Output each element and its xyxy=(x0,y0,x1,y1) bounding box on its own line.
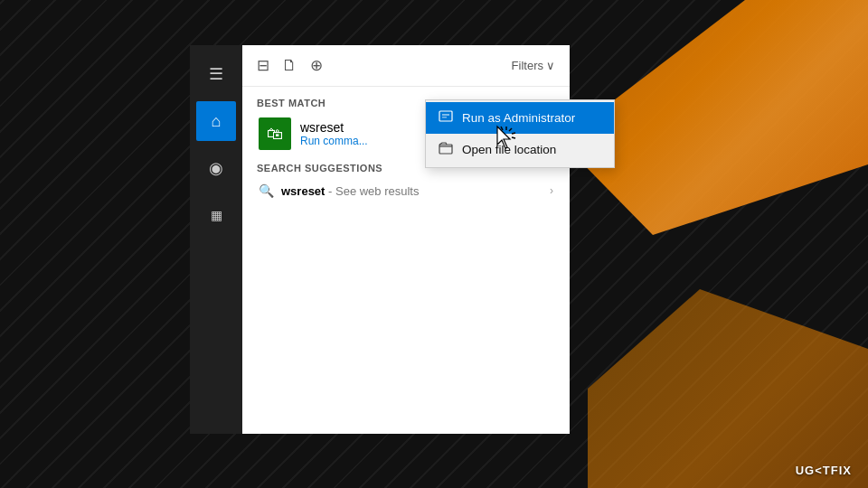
topbar-icon-globe[interactable]: ⊕ xyxy=(310,56,323,75)
suggestion-sub: - See web results xyxy=(328,184,419,198)
context-menu: Run as Administrator Open file location xyxy=(425,99,615,168)
open-file-location-label: Open file location xyxy=(462,143,556,156)
open-file-location-icon xyxy=(439,141,453,158)
calculator-icon: ▦ xyxy=(211,208,222,222)
store-icon: 🛍 xyxy=(267,125,283,144)
run-as-admin-label: Run as Administrator xyxy=(462,111,575,125)
filters-button[interactable]: Filters ∨ xyxy=(512,59,555,72)
svg-rect-0 xyxy=(439,111,452,121)
search-icon: 🔍 xyxy=(259,183,274,198)
watermark: UG<TFIX xyxy=(796,464,852,477)
suggestion-wsreset[interactable]: 🔍 wsreset - See web results › xyxy=(257,179,555,202)
svg-rect-1 xyxy=(442,114,449,116)
app-info: wsreset Run comma... xyxy=(300,120,368,147)
app-name: wsreset xyxy=(300,120,368,135)
filters-label: Filters xyxy=(512,59,543,72)
person-icon: ◉ xyxy=(209,158,223,178)
sidebar-icon-hamburger[interactable]: ☰ xyxy=(196,54,236,94)
start-menu-sidebar: ☰ ⌂ ◉ ▦ xyxy=(190,45,242,434)
topbar: ⊟ 🗋 ⊕ Filters ∨ xyxy=(242,45,570,87)
filters-chevron-icon: ∨ xyxy=(546,59,555,72)
sidebar-icon-home[interactable]: ⌂ xyxy=(196,101,236,141)
topbar-icon-grid[interactable]: ⊟ xyxy=(257,56,269,75)
home-icon: ⌂ xyxy=(212,112,222,131)
wsreset-app-icon: 🛍 xyxy=(259,117,291,150)
svg-rect-2 xyxy=(442,117,447,118)
app-subtitle[interactable]: Run comma... xyxy=(300,135,368,147)
sidebar-icon-calculator[interactable]: ▦ xyxy=(196,195,236,235)
context-menu-item-run-as-admin[interactable]: Run as Administrator xyxy=(426,102,614,134)
suggestion-text: wsreset - See web results xyxy=(281,184,419,198)
suggestion-arrow-icon: › xyxy=(550,184,553,197)
topbar-icon-doc[interactable]: 🗋 xyxy=(282,57,297,75)
start-menu: ☰ ⌂ ◉ ▦ ⊟ 🗋 ⊕ Filters ∨ Best match xyxy=(190,45,570,434)
context-menu-item-open-file-location[interactable]: Open file location xyxy=(426,134,614,165)
run-as-admin-icon xyxy=(439,109,453,127)
start-menu-main: ⊟ 🗋 ⊕ Filters ∨ Best match 🛍 wsreset Run… xyxy=(242,45,570,434)
sidebar-icon-person[interactable]: ◉ xyxy=(196,148,236,188)
hamburger-icon: ☰ xyxy=(209,64,223,84)
suggestion-keyword: wsreset xyxy=(281,184,325,198)
